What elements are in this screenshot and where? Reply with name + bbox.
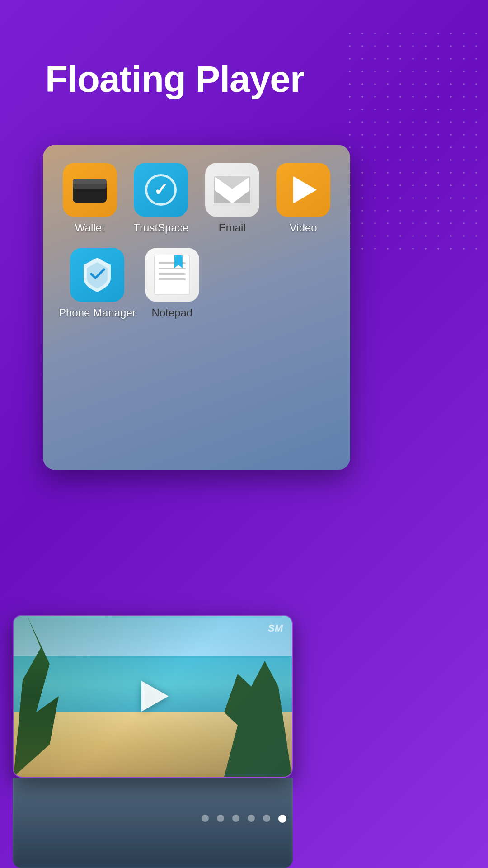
phone-mockup: Wallet TrustSpace Email [43, 145, 350, 470]
notepad-label: Notepad [151, 307, 192, 319]
below-blur-overlay [13, 778, 293, 868]
below-player-area [13, 778, 293, 868]
pagination-dot-1[interactable] [202, 815, 209, 822]
app-item-notepad[interactable]: Notepad [145, 248, 199, 319]
envelope-flap [214, 176, 250, 189]
app-item-wallet[interactable]: Wallet [59, 163, 121, 234]
svg-rect-2 [73, 179, 107, 184]
video-play-icon [293, 176, 317, 203]
video-icon-bg [276, 163, 330, 217]
video-label: Video [290, 222, 317, 234]
envelope-icon [214, 176, 250, 203]
wallet-svg [70, 175, 109, 205]
pagination-dot-6-active[interactable] [278, 815, 286, 823]
video-watermark: SM [268, 623, 283, 634]
notepad-body-icon [154, 255, 190, 295]
notepad-line-3 [159, 273, 186, 275]
envelope-bottom-right [232, 190, 250, 203]
pagination-dots [202, 815, 286, 823]
phone-manager-label: Phone Manager [59, 307, 136, 319]
page-title: Floating Player [45, 59, 304, 99]
dot-pattern-decoration [343, 27, 488, 253]
app-item-email[interactable]: Email [201, 163, 263, 234]
email-icon-bg [205, 163, 259, 217]
pagination-dot-2[interactable] [217, 815, 224, 822]
app-grid-row2: Phone Manager Notepad [43, 248, 350, 333]
wallet-label: Wallet [75, 222, 105, 234]
notepad-icon-bg [145, 248, 199, 302]
trustspace-label: TrustSpace [133, 222, 188, 234]
pagination-dot-4[interactable] [248, 815, 255, 822]
envelope-bottom-left [214, 190, 232, 203]
trustspace-icon-bg [134, 163, 188, 217]
pagination-dot-5[interactable] [263, 815, 270, 822]
notepad-line-4 [159, 278, 186, 280]
floating-video-player[interactable]: SM [13, 615, 293, 778]
video-thumbnail: SM [14, 616, 292, 777]
app-grid-row1: Wallet TrustSpace Email [43, 145, 350, 248]
trustspace-check-icon [145, 174, 177, 206]
wallet-icon-bg [63, 163, 117, 217]
play-button[interactable] [135, 678, 171, 714]
app-item-phone-manager[interactable]: Phone Manager [59, 248, 136, 319]
phone-manager-icon-bg [70, 248, 124, 302]
app-item-video[interactable]: Video [272, 163, 335, 234]
play-triangle-icon [141, 681, 169, 712]
notepad-lines [155, 255, 189, 284]
notepad-line-2 [159, 268, 186, 269]
app-item-trustspace[interactable]: TrustSpace [130, 163, 192, 234]
email-label: Email [219, 222, 246, 234]
shield-icon [81, 257, 113, 293]
pagination-dot-3[interactable] [232, 815, 239, 822]
